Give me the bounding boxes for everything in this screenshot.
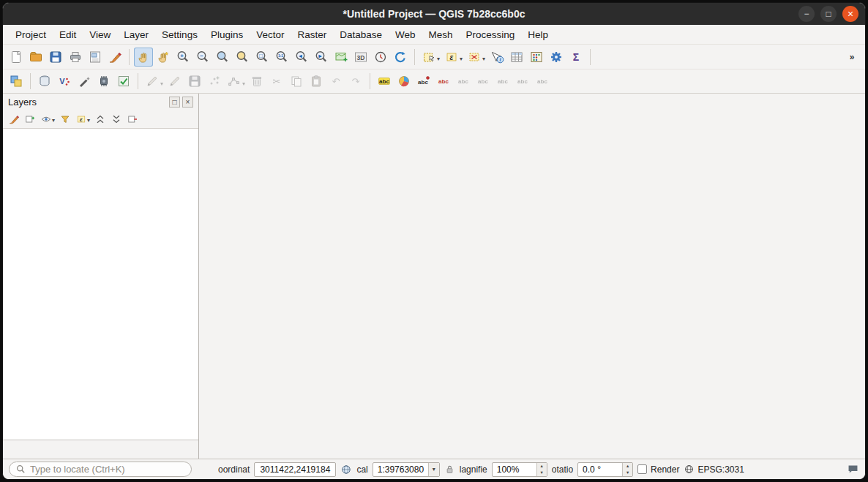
new-spatialite-layer-icon[interactable] (75, 72, 94, 91)
zoom-to-layer-icon[interactable]: □ (252, 48, 272, 67)
highlight-pinned-labels-icon[interactable]: abc (434, 72, 453, 91)
save-layer-edits-icon[interactable] (185, 72, 204, 91)
menu-plugins[interactable]: Plugins (204, 27, 250, 42)
delete-selected-icon[interactable] (247, 72, 266, 91)
toggle-editing-icon[interactable] (165, 72, 184, 91)
rotation-spinner[interactable]: 0.0 ° ▴▾ (577, 462, 633, 477)
scale-combo[interactable]: 1:39763080 ▾ (373, 462, 440, 477)
open-project-icon[interactable] (26, 48, 45, 67)
style-manager-icon[interactable] (105, 48, 124, 67)
add-group-icon[interactable] (22, 111, 37, 127)
redo-icon[interactable]: ↷ (346, 72, 365, 91)
layer-diagram-icon[interactable] (394, 72, 414, 91)
add-feature-icon[interactable] (205, 72, 224, 91)
manage-map-themes-icon[interactable] (38, 111, 53, 127)
menu-project[interactable]: Project (9, 27, 53, 42)
vertex-tool-dropdown-icon[interactable]: ▾ (242, 80, 245, 87)
zoom-out-icon[interactable]: − (193, 48, 212, 67)
identify-features-icon[interactable]: i (487, 48, 506, 67)
magnifier-spin-icons[interactable]: ▴▾ (536, 463, 547, 476)
close-icon[interactable]: × (842, 6, 858, 22)
map-canvas[interactable] (199, 94, 865, 459)
data-source-manager-icon[interactable] (7, 72, 26, 91)
current-edits-dropdown-icon[interactable]: ▾ (160, 80, 163, 87)
select-by-expression-dropdown-icon[interactable]: ▾ (460, 56, 463, 62)
render-checkbox[interactable]: Render (637, 464, 679, 475)
zoom-native-icon[interactable]: 1:1 (272, 48, 291, 67)
filter-by-expression-dropdown-icon[interactable]: ▾ (87, 117, 90, 124)
coordinate-input[interactable]: 3011422,2419184 (254, 462, 336, 477)
menu-help[interactable]: Help (521, 27, 555, 42)
pan-map-icon[interactable] (134, 48, 153, 67)
cut-features-icon[interactable]: ✂ (267, 72, 286, 91)
locate-input[interactable]: Type to locate (Ctrl+K) (9, 462, 192, 477)
current-edits-icon[interactable] (143, 72, 162, 91)
change-label-icon[interactable]: abc (533, 72, 552, 91)
new-geopackage-layer-icon[interactable] (35, 72, 54, 91)
move-label-icon[interactable]: abc (493, 72, 512, 91)
rotate-label-icon[interactable]: abc (513, 72, 532, 91)
zoom-in-icon[interactable]: + (173, 48, 192, 67)
minimize-icon[interactable]: − (798, 6, 815, 22)
layer-labeling-icon[interactable]: abc (375, 72, 394, 91)
lock-scale-icon[interactable] (444, 464, 455, 475)
new-map-view-icon[interactable] (332, 48, 351, 67)
select-by-expression-icon[interactable]: ε (442, 48, 461, 67)
pan-map-to-selection-icon[interactable] (154, 48, 173, 67)
menu-layer[interactable]: Layer (117, 27, 155, 42)
title-bar[interactable]: *Untitled Project — QGIS 7b28cc6b0c − □ … (3, 3, 865, 25)
render-check-icon[interactable] (637, 464, 647, 474)
field-calculator-icon[interactable] (527, 48, 546, 67)
menu-mesh[interactable]: Mesh (422, 27, 460, 42)
filter-legend-icon[interactable] (57, 111, 72, 127)
labeling-single-icon[interactable]: abc (414, 72, 433, 91)
messages-icon[interactable] (847, 463, 859, 475)
menu-edit[interactable]: Edit (53, 27, 83, 42)
rotation-spin-icons[interactable]: ▴▾ (622, 463, 632, 476)
menu-raster[interactable]: Raster (291, 27, 333, 42)
float-panel-icon[interactable]: □ (169, 97, 180, 108)
collapse-all-icon[interactable] (108, 111, 124, 127)
toolbar-overflow-icon[interactable]: » (842, 48, 861, 67)
save-project-icon[interactable] (46, 48, 65, 67)
select-features-icon[interactable] (419, 48, 438, 67)
menu-web[interactable]: Web (389, 27, 422, 42)
filter-by-expression-icon[interactable]: ε (73, 111, 89, 127)
new-print-layout-icon[interactable] (66, 48, 85, 67)
processing-toolbox-icon[interactable] (547, 48, 566, 67)
expand-all-icon[interactable] (92, 111, 108, 127)
pin-unpin-labels-icon[interactable]: abc (454, 72, 473, 91)
new-mesh-layer-icon[interactable] (94, 72, 113, 91)
scale-dropdown-icon[interactable]: ▾ (428, 463, 439, 476)
show-hide-labels-icon[interactable]: abc (474, 72, 493, 91)
zoom-to-selection-icon[interactable] (233, 48, 252, 67)
new-shapefile-layer-icon[interactable]: V (55, 72, 74, 91)
refresh-map-icon[interactable] (391, 48, 410, 67)
new-project-icon[interactable] (7, 48, 26, 67)
extents-toggle-icon[interactable] (340, 464, 352, 475)
open-layer-styling-icon[interactable] (6, 111, 21, 127)
menu-processing[interactable]: Processing (460, 27, 522, 42)
remove-layer-icon[interactable] (124, 111, 140, 127)
menu-vector[interactable]: Vector (250, 27, 291, 42)
manage-map-themes-dropdown-icon[interactable]: ▾ (52, 117, 55, 124)
zoom-last-icon[interactable]: ◂ (292, 48, 311, 67)
vertex-tool-icon[interactable] (225, 72, 244, 91)
maximize-icon[interactable]: □ (820, 6, 837, 22)
show-layout-manager-icon[interactable] (86, 48, 105, 67)
open-attribute-table-icon[interactable] (507, 48, 526, 67)
statistical-summary-icon[interactable]: Σ (566, 48, 585, 67)
close-panel-icon[interactable]: × (182, 97, 193, 108)
copy-features-icon[interactable] (287, 72, 306, 91)
crs-button[interactable]: EPSG:3031 (684, 464, 744, 475)
menu-database[interactable]: Database (333, 27, 389, 42)
paste-features-icon[interactable] (307, 72, 326, 91)
select-features-dropdown-icon[interactable]: ▾ (437, 56, 440, 62)
temporal-controller-icon[interactable] (371, 48, 390, 67)
undo-icon[interactable]: ↶ (326, 72, 345, 91)
new-virtual-layer-icon[interactable] (114, 72, 133, 91)
zoom-next-icon[interactable]: ▸ (312, 48, 331, 67)
menu-settings[interactable]: Settings (155, 27, 204, 42)
zoom-full-icon[interactable] (213, 48, 232, 67)
menu-view[interactable]: View (83, 27, 117, 42)
